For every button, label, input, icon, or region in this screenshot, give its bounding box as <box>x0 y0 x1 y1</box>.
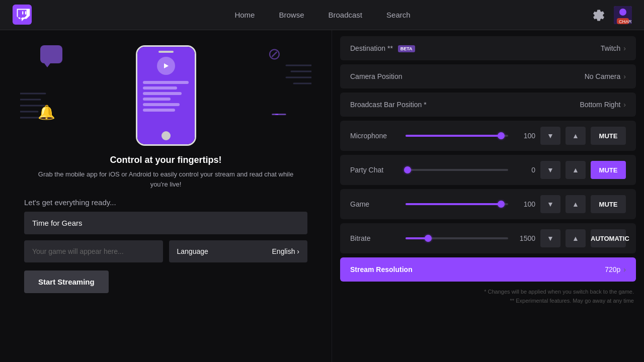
footnotes: * Changes will be applied when you switc… <box>340 286 636 305</box>
phone-home-button <box>162 131 171 140</box>
phone-line-2 <box>143 86 177 89</box>
nav-home[interactable]: Home <box>234 11 255 19</box>
phone-line-6 <box>143 109 175 112</box>
phone-line-1 <box>143 81 189 84</box>
camera-position-row[interactable]: Camera Position No Camera › <box>340 64 636 88</box>
svg-marker-12 <box>164 63 169 68</box>
game-thumb[interactable] <box>498 201 505 208</box>
microphone-mute-button[interactable]: MUTE <box>591 127 626 145</box>
bell-icon: 🔔 <box>38 104 55 121</box>
camera-value: No Camera › <box>585 72 626 80</box>
stream-resolution-label: Stream Resolution <box>350 265 413 274</box>
control-description: Grab the mobile app for iOS or Android t… <box>30 169 301 189</box>
bitrate-auto-button[interactable]: AUTOMATIC <box>591 229 626 247</box>
right-panel: Destination ** BETA Twitch › Camera Posi… <box>332 30 644 362</box>
game-audio-row: Game 100 ▼ ▲ MUTE <box>340 189 636 219</box>
stream-resolution-row[interactable]: Stream Resolution 720p › <box>340 257 636 282</box>
destination-row[interactable]: Destination ** BETA Twitch › <box>340 36 636 60</box>
phone-illustration <box>136 45 196 146</box>
destination-chevron-icon: › <box>623 44 626 52</box>
nav-right: CHAR <box>592 6 632 24</box>
game-slider[interactable] <box>406 203 508 205</box>
satellite-icon: ⊘ <box>268 44 281 63</box>
control-title: Control at your fingertips! <box>30 155 301 165</box>
game-mute-button[interactable]: MUTE <box>591 195 626 213</box>
svg-rect-2 <box>25 11 26 15</box>
party-chat-thumb[interactable] <box>404 166 411 173</box>
twitch-logo[interactable] <box>12 5 33 26</box>
left-panel: ⊘ <box>0 30 332 362</box>
camera-label: Camera Position <box>350 72 416 80</box>
svg-line-14 <box>275 113 278 116</box>
bitrate-thumb[interactable] <box>425 235 432 242</box>
settings-icon[interactable] <box>592 8 606 22</box>
start-streaming-button[interactable]: Start Streaming <box>24 270 109 293</box>
game-audio-label: Game <box>350 200 400 208</box>
svg-text:CHAR: CHAR <box>619 19 632 24</box>
party-chat-slider[interactable] <box>406 169 508 171</box>
main-content: ⊘ <box>0 30 644 362</box>
game-down-button[interactable]: ▼ <box>540 195 560 213</box>
stream-resolution-value: 720p › <box>605 265 626 274</box>
sword-icon <box>269 106 288 125</box>
broadcast-bar-label: Broadcast Bar Position * <box>350 101 427 109</box>
play-button-icon <box>157 57 175 75</box>
nav-search[interactable]: Search <box>386 11 411 19</box>
footnote-line-1: * Changes will be applied when you switc… <box>342 288 634 297</box>
phone-content-lines <box>143 81 189 114</box>
game-up-button[interactable]: ▲ <box>566 195 586 213</box>
phone-line-4 <box>143 98 171 101</box>
microphone-row: Microphone 100 ▼ ▲ MUTE <box>340 121 636 151</box>
svg-rect-1 <box>22 11 23 15</box>
phone-line-3 <box>143 92 182 95</box>
broadcast-bar-value: Bottom Right › <box>580 101 626 109</box>
destination-label: Destination ** BETA <box>350 44 416 52</box>
bitrate-value: 1500 <box>517 234 535 242</box>
chat-bubble-icon <box>40 45 62 63</box>
phone-speaker <box>158 51 174 53</box>
control-text-area: Control at your fingertips! Grab the mob… <box>0 151 332 191</box>
bitrate-track <box>406 237 508 239</box>
party-chat-down-button[interactable]: ▼ <box>540 161 560 179</box>
user-avatar[interactable]: CHAR <box>614 6 632 24</box>
nav-broadcast[interactable]: Broadcast <box>328 11 362 19</box>
camera-chevron-icon: › <box>623 72 626 80</box>
phone-screen <box>137 47 195 144</box>
stream-title-input[interactable] <box>24 212 307 234</box>
game-input[interactable] <box>24 240 163 262</box>
beta-badge: BETA <box>398 45 415 52</box>
bitrate-down-button[interactable]: ▼ <box>540 229 560 247</box>
svg-point-4 <box>619 9 626 16</box>
microphone-down-button[interactable]: ▼ <box>540 127 560 145</box>
language-button[interactable]: Language English › <box>169 240 308 262</box>
language-chevron-icon: › <box>297 247 299 255</box>
party-chat-mute-button[interactable]: MUTE <box>591 161 626 179</box>
party-chat-up-button[interactable]: ▲ <box>566 161 586 179</box>
party-chat-track <box>406 169 508 171</box>
phone-line-5 <box>143 103 180 106</box>
bottom-inputs-row: Language English › <box>24 240 307 262</box>
bitrate-slider[interactable] <box>406 237 508 239</box>
bg-lines-right <box>281 60 311 103</box>
language-label: Language <box>177 247 208 255</box>
game-value: 100 <box>517 200 535 208</box>
party-chat-row: Party Chat 0 ▼ ▲ MUTE <box>340 155 636 185</box>
game-fill <box>406 203 501 205</box>
nav-browse[interactable]: Browse <box>279 11 304 19</box>
microphone-slider[interactable] <box>406 135 508 137</box>
language-value: English › <box>272 247 299 255</box>
destination-value: Twitch › <box>601 44 626 52</box>
party-chat-label: Party Chat <box>350 166 400 174</box>
microphone-up-button[interactable]: ▲ <box>566 127 586 145</box>
party-chat-value: 0 <box>517 166 535 174</box>
bitrate-row: Bitrate 1500 ▼ ▲ AUTOMATIC <box>340 223 636 253</box>
bitrate-label: Bitrate <box>350 234 400 242</box>
nav-links: Home Browse Broadcast Search <box>53 11 592 19</box>
footnote-line-2: ** Experimental features. May go away at… <box>342 297 634 306</box>
microphone-thumb[interactable] <box>498 132 505 139</box>
bitrate-up-button[interactable]: ▲ <box>566 229 586 247</box>
broadcast-bar-row[interactable]: Broadcast Bar Position * Bottom Right › <box>340 93 636 117</box>
stream-resolution-chevron-icon: › <box>623 265 626 274</box>
microphone-track <box>406 135 508 137</box>
illustration-area: ⊘ <box>0 30 332 151</box>
